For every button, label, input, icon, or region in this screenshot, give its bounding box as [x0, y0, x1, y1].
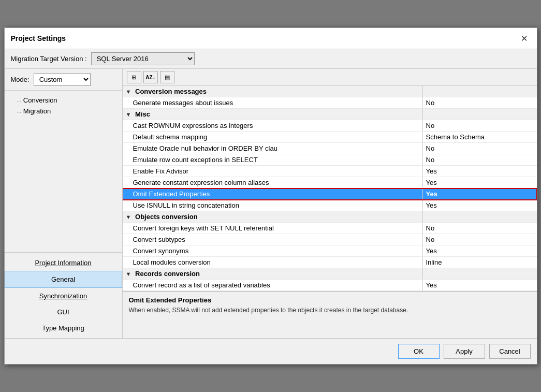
- prop-subtypes-value: No: [423, 234, 537, 245]
- description-panel: Omit Extended Properties When enabled, S…: [123, 292, 537, 338]
- category-records-conversion-value: [423, 268, 537, 279]
- tree-item-migration[interactable]: ... Migration: [5, 106, 122, 117]
- ok-button[interactable]: OK: [398, 344, 440, 359]
- toolbar-list-button[interactable]: ▤: [160, 71, 174, 83]
- prop-row-convert-record[interactable]: Convert record as a list of separated va…: [123, 280, 537, 291]
- prop-omit-extended-name: Omit Extended Properties: [123, 188, 423, 199]
- category-objects-conversion-value: [423, 211, 537, 222]
- prop-row-local-modules[interactable]: Local modules conversion Inline: [123, 257, 537, 268]
- prop-foreign-keys-value: No: [423, 223, 537, 234]
- migration-version-select[interactable]: SQL Server 2012 SQL Server 2014 SQL Serv…: [91, 52, 195, 65]
- prop-foreign-keys-name: Convert foreign keys with SET NULL refer…: [123, 223, 423, 234]
- prop-row-foreign-keys[interactable]: Convert foreign keys with SET NULL refer…: [123, 223, 537, 234]
- prop-const-expr-value: Yes: [423, 177, 537, 188]
- toolbar-grid-button[interactable]: ⊞: [127, 71, 141, 83]
- sidebar-nav-type-mapping[interactable]: Type Mapping: [5, 320, 122, 336]
- prop-row-subtypes[interactable]: Convert subtypes No: [123, 234, 537, 245]
- category-toggle[interactable]: ▼: [126, 89, 131, 95]
- prop-cast-rownum-name: Cast ROWNUM expressions as integers: [123, 120, 423, 131]
- tree-item-conversion-label: Conversion: [23, 96, 57, 104]
- property-table: ▼ Conversion messages Generate messages …: [123, 86, 537, 292]
- category-records-conversion-name: ▼ Records conversion: [123, 268, 423, 279]
- prop-omit-extended-value: Yes: [423, 188, 537, 199]
- prop-emulate-null-name: Emulate Oracle null behavior in ORDER BY…: [123, 143, 423, 154]
- migration-version-wrapper: SQL Server 2012 SQL Server 2014 SQL Serv…: [91, 52, 195, 65]
- tree-area: ... Conversion ... Migration: [5, 91, 122, 252]
- sidebar-nav: Project Information General Synchronizat…: [5, 252, 122, 338]
- prop-default-schema-name: Default schema mapping: [123, 132, 423, 142]
- sidebar: Mode: Default Optimistic Full Custom ...…: [5, 69, 123, 338]
- prop-row-const-expr[interactable]: Generate constant expression column alia…: [123, 177, 537, 188]
- prop-fix-advisor-value: Yes: [423, 166, 537, 177]
- prop-fix-advisor-name: Enable Fix Advisor: [123, 166, 423, 177]
- prop-local-modules-name: Local modules conversion: [123, 257, 423, 268]
- prop-synonyms-value: Yes: [423, 245, 537, 256]
- prop-synonyms-name: Convert synonyms: [123, 245, 423, 256]
- tree-connector: ...: [17, 97, 21, 103]
- category-conversion-messages-value: [423, 86, 537, 97]
- prop-row-omit-extended[interactable]: Omit Extended Properties Yes: [123, 188, 537, 200]
- category-misc[interactable]: ▼ Misc: [123, 109, 537, 120]
- category-objects-conversion[interactable]: ▼ Objects conversion: [123, 211, 537, 223]
- description-text: When enabled, SSMA will not add extended…: [129, 306, 531, 315]
- prop-local-modules-value: Inline: [423, 257, 537, 268]
- category-objects-toggle[interactable]: ▼: [126, 214, 131, 220]
- category-objects-conversion-name: ▼ Objects conversion: [123, 211, 423, 222]
- prop-default-schema-value: Schema to Schema: [423, 132, 537, 142]
- toolbar-sort-button[interactable]: AZ↓: [143, 71, 158, 83]
- prop-subtypes-name: Convert subtypes: [123, 234, 423, 245]
- prop-generate-messages-name: Generate messages about issues: [123, 97, 423, 108]
- apply-button[interactable]: Apply: [444, 344, 485, 359]
- category-misc-name: ▼ Misc: [123, 109, 423, 120]
- prop-row-generate-messages[interactable]: Generate messages about issues No: [123, 97, 537, 109]
- prop-cast-rownum-value: No: [423, 120, 537, 131]
- dialog-title: Project Settings: [11, 34, 66, 42]
- category-records-toggle[interactable]: ▼: [126, 271, 131, 277]
- prop-emulate-null-value: No: [423, 143, 537, 154]
- category-conversion-messages-name: ▼ Conversion messages: [123, 86, 423, 97]
- prop-row-cast-rownum[interactable]: Cast ROWNUM expressions as integers No: [123, 120, 537, 132]
- button-row: OK Apply Cancel: [5, 338, 537, 364]
- sidebar-nav-general[interactable]: General: [5, 271, 122, 288]
- prop-isnull-name: Use ISNULL in string concatenation: [123, 200, 423, 211]
- sidebar-top: Mode: Default Optimistic Full Custom: [5, 69, 122, 91]
- cancel-button[interactable]: Cancel: [489, 344, 531, 359]
- sidebar-nav-gui[interactable]: GUI: [5, 304, 122, 320]
- mode-select-wrapper: Default Optimistic Full Custom: [34, 73, 91, 86]
- toolbar-row: ⊞ AZ↓ ▤: [123, 69, 537, 86]
- sidebar-nav-project-information[interactable]: Project Information: [5, 255, 122, 271]
- mode-select[interactable]: Default Optimistic Full Custom: [34, 73, 91, 86]
- prop-row-emulate-null[interactable]: Emulate Oracle null behavior in ORDER BY…: [123, 143, 537, 154]
- category-misc-value: [423, 109, 537, 120]
- category-records-conversion[interactable]: ▼ Records conversion: [123, 268, 537, 280]
- prop-row-emulate-rowcount[interactable]: Emulate row count exceptions in SELECT N…: [123, 154, 537, 166]
- prop-row-synonyms[interactable]: Convert synonyms Yes: [123, 245, 537, 257]
- description-title: Omit Extended Properties: [129, 296, 531, 304]
- prop-convert-record-value: Yes: [423, 280, 537, 291]
- title-bar: Project Settings ✕: [5, 28, 537, 49]
- tree-connector-migration: ...: [17, 108, 21, 114]
- prop-emulate-rowcount-value: No: [423, 154, 537, 165]
- category-misc-toggle[interactable]: ▼: [126, 111, 131, 118]
- prop-row-fix-advisor[interactable]: Enable Fix Advisor Yes: [123, 166, 537, 177]
- content-area: Mode: Default Optimistic Full Custom ...…: [5, 69, 537, 338]
- project-settings-dialog: Project Settings ✕ Migration Target Vers…: [4, 27, 537, 365]
- prop-row-isnull[interactable]: Use ISNULL in string concatenation Yes: [123, 200, 537, 211]
- prop-convert-record-name: Convert record as a list of separated va…: [123, 280, 423, 291]
- tree-item-migration-label: Migration: [23, 107, 51, 115]
- category-conversion-messages[interactable]: ▼ Conversion messages: [123, 86, 537, 97]
- close-button[interactable]: ✕: [518, 32, 531, 45]
- prop-row-default-schema[interactable]: Default schema mapping Schema to Schema: [123, 132, 537, 143]
- prop-isnull-value: Yes: [423, 200, 537, 211]
- migration-bar: Migration Target Version : SQL Server 20…: [5, 49, 537, 69]
- migration-target-label: Migration Target Version :: [11, 55, 87, 63]
- prop-generate-messages-value: No: [423, 97, 537, 108]
- prop-const-expr-name: Generate constant expression column alia…: [123, 177, 423, 188]
- main-panel: ⊞ AZ↓ ▤ ▼ Conversion messages Generate m…: [123, 69, 537, 338]
- prop-emulate-rowcount-name: Emulate row count exceptions in SELECT: [123, 154, 423, 165]
- mode-label: Mode:: [11, 76, 30, 83]
- sidebar-nav-synchronization[interactable]: Synchronization: [5, 288, 122, 304]
- tree-item-conversion[interactable]: ... Conversion: [5, 95, 122, 106]
